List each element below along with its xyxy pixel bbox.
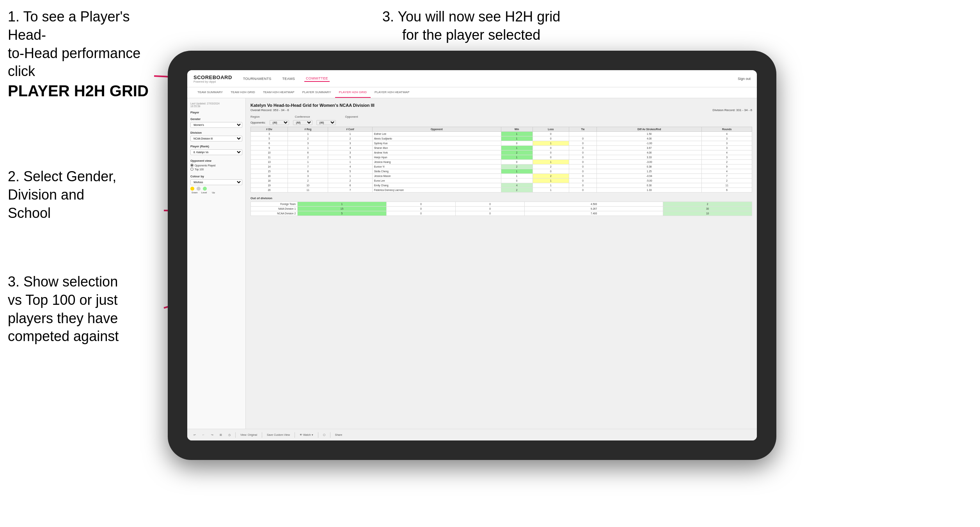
sidebar-division-label: Division	[190, 131, 242, 134]
nav-teams[interactable]: TEAMS	[281, 76, 297, 81]
table-row: 914Sharon Mun1003.673	[251, 146, 752, 150]
th-reg: # Reg	[288, 127, 328, 132]
nav-sign-out[interactable]: Sign out	[738, 77, 751, 81]
instruction-mid-left: 2. Select Gender,Division andSchool	[8, 168, 116, 222]
toolbar-redo[interactable]: ↪	[209, 433, 215, 437]
toolbar-back[interactable]: ←	[201, 433, 206, 437]
tablet: SCOREBOARD Powered by clippd TOURNAMENTS…	[168, 51, 776, 460]
brand-sub: Powered by clippd	[194, 80, 232, 83]
subnav-team-h2h-heatmap[interactable]: TEAM H2H HEATMAP	[259, 87, 298, 98]
toolbar-save-custom-view[interactable]: Save Custom View	[265, 433, 291, 437]
table-row: 19106Emily Chang4100.3011	[251, 183, 752, 188]
table-row: 1063Andrea York2004.004	[251, 150, 752, 155]
out-of-division-table: Foreign Team1004.5002NAIA Division 11500…	[250, 202, 752, 216]
toolbar-divider-2	[262, 432, 262, 438]
th-loss: Loss	[533, 127, 569, 132]
th-div: # Div	[251, 127, 288, 132]
region-label: Region	[250, 115, 260, 118]
nav-tournaments[interactable]: TOURNAMENTS	[241, 76, 273, 81]
subnav-player-summary[interactable]: PLAYER SUMMARY	[298, 87, 335, 98]
nav-committee[interactable]: COMMITTEE	[304, 76, 330, 82]
out-of-division-label: Out of division	[250, 196, 752, 200]
table-row: 1311Jessica Huang010-3.002	[251, 160, 752, 164]
main-content: Last Updated: 27/03/2024 16:55:38 Player…	[187, 98, 757, 429]
subnav-player-h2h-grid[interactable]: PLAYER H2H GRID	[335, 87, 371, 98]
subnav-team-h2h-grid[interactable]: TEAM H2H GRID	[227, 87, 259, 98]
toolbar-clock[interactable]: ◷	[227, 433, 232, 437]
subnav-team-summary[interactable]: TEAM SUMMARY	[194, 87, 227, 98]
toolbar-hex[interactable]: ⬡	[321, 433, 327, 437]
toolbar: ↩ ← ↪ ⊞ ◷ View: Original Save Custom Vie…	[187, 429, 757, 440]
table-row: 1474Eunice Yi2200.389	[251, 164, 752, 169]
radio-dot-top100	[190, 168, 194, 171]
radio-top100[interactable]: Top 100	[190, 168, 242, 171]
sidebar-colour-section: Colour by Win/loss Down Level Up	[190, 175, 242, 194]
sub-nav: TEAM SUMMARY TEAM H2H GRID TEAM H2H HEAT…	[187, 87, 757, 98]
sidebar-radio-group: Opponents Played Top 100	[190, 164, 242, 171]
toolbar-divider-1	[235, 432, 236, 438]
sidebar-opponent-view-label: Opponent view	[190, 159, 242, 163]
th-conf: # Conf	[328, 127, 372, 132]
table-row: 1822Euna Lee010-5.002	[251, 179, 752, 183]
toolbar-grid[interactable]: ⊞	[218, 433, 224, 437]
radio-opponents-played[interactable]: Opponents Played	[190, 164, 242, 167]
filter-headers: Region Conference Opponent	[250, 115, 752, 118]
sidebar-timestamp: Last Updated: 27/03/2024 16:55:38	[190, 102, 242, 108]
th-diff: Diff Av Strokes/Rnd	[597, 127, 701, 132]
colour-labels: Down Level Up	[190, 191, 242, 194]
colour-label-level: Level	[200, 191, 208, 194]
subnav-player-h2h-heatmap[interactable]: PLAYER H2H HEATMAP	[371, 87, 414, 98]
sidebar-division-section: Division NCAA Division III	[190, 131, 242, 141]
colour-label-up: Up	[209, 191, 218, 194]
colour-dot-level	[197, 187, 201, 191]
conference-filter-select[interactable]: (All)	[293, 120, 312, 125]
sidebar-colour-select[interactable]: Win/loss	[190, 179, 242, 185]
sidebar-player-rank-label: Player (Rank)	[190, 145, 242, 148]
instruction-bottom-left: 3. Show selectionvs Top 100 or justplaye…	[8, 273, 119, 346]
toolbar-share[interactable]: Share	[334, 433, 344, 437]
radio-dot-opponents	[190, 164, 194, 167]
sidebar-player-rank-select[interactable]: 8. Katelyn Vo	[190, 149, 242, 155]
main-table-body: 311Esther Lee101.504522Alexis Sudjianto1…	[251, 132, 752, 193]
nav-items: TOURNAMENTS TEAMS COMMITTEE	[241, 76, 738, 82]
table-row: 1125Heejo Hyun1003.333	[251, 155, 752, 160]
sidebar-division-select[interactable]: NCAA Division III	[190, 136, 242, 141]
sidebar-gender-select[interactable]: Women's	[190, 122, 242, 128]
colour-dot-up	[203, 187, 207, 191]
tablet-screen: SCOREBOARD Powered by clippd TOURNAMENTS…	[187, 70, 757, 440]
ood-table-row: Foreign Team1004.5002	[251, 202, 752, 207]
th-rounds: Rounds	[702, 127, 752, 132]
opponents-label: Opponents:	[250, 121, 266, 124]
sidebar: Last Updated: 27/03/2024 16:55:38 Player…	[187, 98, 246, 429]
toolbar-divider-5	[330, 432, 330, 438]
sidebar-gender-label: Gender	[190, 117, 242, 121]
opponent-filter-label: Opponent	[345, 115, 358, 118]
table-row: 633Sydney Kuo010-1.003	[251, 141, 752, 146]
table-row: 522Alexis Sudjianto1004.003	[251, 136, 752, 141]
toolbar-watch[interactable]: 👁 Watch ▾	[298, 433, 314, 437]
opponents-filter-select[interactable]: (All)	[270, 120, 289, 125]
sidebar-player-rank-section: Player (Rank) 8. Katelyn Vo	[190, 145, 242, 155]
brand: SCOREBOARD Powered by clippd	[194, 74, 232, 83]
h2h-records: Overall Record: 353 - 34 - 6 Division Re…	[250, 108, 752, 112]
toolbar-divider-4	[318, 432, 318, 438]
sidebar-player-label: Player	[190, 111, 242, 114]
brand-title: SCOREBOARD	[194, 74, 232, 80]
opponent-filter-select[interactable]: (All)	[316, 120, 336, 125]
toolbar-divider-3	[295, 432, 295, 438]
table-row: 20117Federica Domecq Lacroze2101.336	[251, 188, 752, 193]
h2h-title: Katelyn Vo Head-to-Head Grid for Women's…	[250, 103, 752, 108]
table-header-row: # Div # Reg # Conf Opponent Win Loss Tie…	[251, 127, 752, 132]
toolbar-undo[interactable]: ↩	[192, 433, 197, 437]
instruction-top-left: 1. To see a Player's Head- to-Head perfo…	[8, 8, 172, 101]
overall-record: Overall Record: 353 - 34 - 6	[250, 108, 289, 112]
th-tie: Tie	[569, 127, 597, 132]
table-row: 311Esther Lee101.504	[251, 132, 752, 136]
out-of-division-section: Out of division Foreign Team1004.5002NAI…	[250, 196, 752, 216]
ood-table-row: NAIA Division 115009.26730	[251, 207, 752, 211]
ood-table-body: Foreign Team1004.5002NAIA Division 11500…	[251, 202, 752, 216]
division-record: Division Record: 331 - 34 - 6	[713, 108, 752, 112]
toolbar-view-original[interactable]: View: Original	[239, 433, 259, 437]
colour-label-down: Down	[190, 191, 199, 194]
sidebar-player-section: Player	[190, 111, 242, 114]
